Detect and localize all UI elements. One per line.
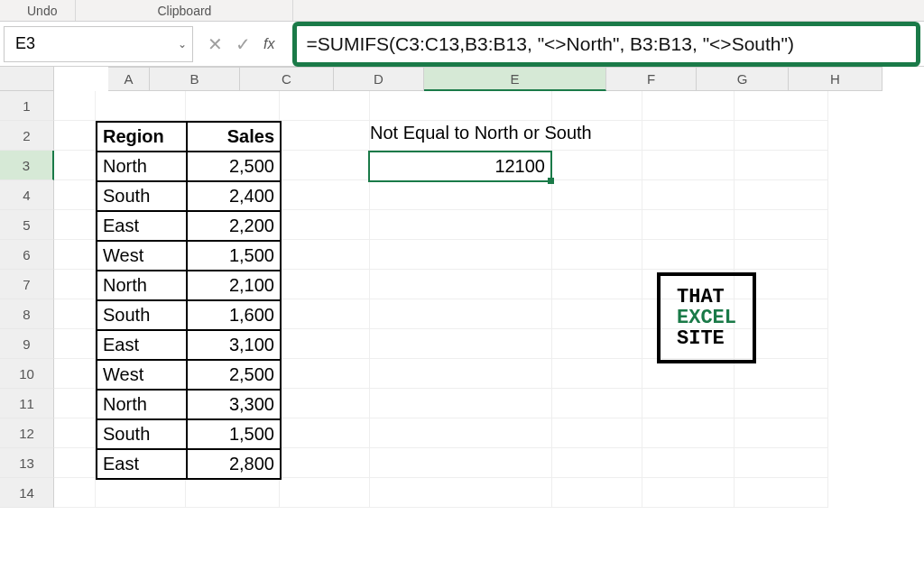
cell[interactable]: [370, 418, 552, 448]
cell[interactable]: [735, 418, 828, 448]
row-header-12[interactable]: 12: [0, 418, 54, 448]
formula-input[interactable]: =SUMIFS(C3:C13,B3:B13, "<>North", B3:B13…: [306, 33, 794, 55]
cell[interactable]: [280, 359, 370, 389]
col-header-A[interactable]: A: [108, 68, 150, 91]
cell-sales[interactable]: 2,100: [187, 271, 281, 300]
cell-sales[interactable]: 2,500: [187, 360, 281, 390]
cell[interactable]: [735, 91, 828, 121]
cell-region[interactable]: East: [97, 449, 187, 479]
col-header-C[interactable]: C: [240, 68, 334, 91]
cell[interactable]: [370, 478, 552, 508]
cell-region[interactable]: North: [97, 390, 187, 419]
row-header-1[interactable]: 1: [0, 91, 54, 121]
cell[interactable]: [642, 478, 735, 508]
cell[interactable]: [54, 359, 96, 389]
cell[interactable]: [54, 91, 96, 121]
cell[interactable]: [54, 448, 96, 478]
row-header-4[interactable]: 4: [0, 180, 54, 210]
cell[interactable]: [735, 210, 828, 240]
cell[interactable]: [280, 389, 370, 418]
cell-region[interactable]: South: [97, 300, 187, 330]
chevron-down-icon[interactable]: ⌄: [178, 38, 187, 51]
cell[interactable]: [552, 210, 642, 240]
grid[interactable]: Region Sales North2,500South2,400East2,2…: [54, 91, 828, 508]
cell-sales[interactable]: 1,500: [187, 241, 281, 271]
col-header-D[interactable]: D: [334, 68, 424, 91]
cell[interactable]: [280, 270, 370, 299]
cell[interactable]: [642, 91, 735, 121]
row-header-3[interactable]: 3: [0, 151, 54, 180]
cell[interactable]: [552, 299, 642, 329]
cell[interactable]: [552, 240, 642, 270]
cell-sales[interactable]: 2,800: [187, 449, 281, 479]
row-header-7[interactable]: 7: [0, 270, 54, 299]
cell-sales[interactable]: 2,400: [187, 181, 281, 211]
col-header-F[interactable]: F: [606, 68, 697, 91]
cell-region[interactable]: East: [97, 211, 187, 241]
name-box[interactable]: E3 ⌄: [4, 26, 193, 62]
cell[interactable]: [370, 210, 552, 240]
cell[interactable]: [552, 329, 642, 359]
cell[interactable]: [552, 389, 642, 418]
row-header-13[interactable]: 13: [0, 448, 54, 478]
cell[interactable]: [54, 329, 96, 359]
row-header-10[interactable]: 10: [0, 359, 54, 389]
cell[interactable]: [54, 180, 96, 210]
select-all-corner[interactable]: [0, 67, 54, 91]
fill-handle[interactable]: [548, 178, 554, 184]
active-cell-e3[interactable]: 12100: [368, 151, 552, 182]
cell[interactable]: [54, 389, 96, 418]
cell[interactable]: [370, 329, 552, 359]
cell[interactable]: [280, 478, 370, 508]
cell-region[interactable]: North: [97, 271, 187, 300]
cell[interactable]: [642, 389, 735, 418]
cell[interactable]: [735, 389, 828, 418]
cell-region[interactable]: West: [97, 241, 187, 271]
col-header-E[interactable]: E: [424, 68, 606, 91]
cell[interactable]: [552, 180, 642, 210]
col-header-H[interactable]: H: [789, 68, 882, 91]
cell-region[interactable]: East: [97, 330, 187, 360]
cell[interactable]: [370, 359, 552, 389]
cell[interactable]: [280, 121, 370, 151]
cell[interactable]: [54, 418, 96, 448]
row-header-9[interactable]: 9: [0, 329, 54, 359]
cell[interactable]: [735, 121, 828, 151]
cell[interactable]: [552, 359, 642, 389]
cell[interactable]: [552, 418, 642, 448]
cell[interactable]: [735, 180, 828, 210]
cell[interactable]: [552, 151, 642, 180]
cell[interactable]: [735, 478, 828, 508]
cell[interactable]: [54, 299, 96, 329]
cell[interactable]: [186, 478, 280, 508]
cell[interactable]: [735, 448, 828, 478]
cell[interactable]: [642, 418, 735, 448]
cell-region[interactable]: North: [97, 152, 187, 181]
cell[interactable]: [280, 418, 370, 448]
cell[interactable]: [642, 180, 735, 210]
cell-region[interactable]: South: [97, 181, 187, 211]
cell[interactable]: [370, 240, 552, 270]
row-header-14[interactable]: 14: [0, 478, 54, 508]
cell[interactable]: [370, 270, 552, 299]
cell[interactable]: [370, 299, 552, 329]
cell[interactable]: [280, 448, 370, 478]
cell[interactable]: [280, 329, 370, 359]
fx-icon[interactable]: fx: [263, 36, 278, 52]
cell[interactable]: [552, 91, 642, 121]
cell[interactable]: [280, 180, 370, 210]
cancel-icon[interactable]: ✕: [208, 33, 223, 55]
cell-region[interactable]: South: [97, 419, 187, 449]
cell[interactable]: [552, 478, 642, 508]
cell[interactable]: [642, 240, 735, 270]
cell[interactable]: [642, 121, 735, 151]
cell-sales[interactable]: 1,600: [187, 300, 281, 330]
cell[interactable]: [552, 270, 642, 299]
cell[interactable]: [280, 91, 370, 121]
enter-icon[interactable]: ✓: [236, 33, 251, 55]
cell[interactable]: [370, 91, 552, 121]
cell[interactable]: [642, 210, 735, 240]
row-header-11[interactable]: 11: [0, 389, 54, 418]
cell[interactable]: [96, 91, 186, 121]
cell[interactable]: [280, 240, 370, 270]
